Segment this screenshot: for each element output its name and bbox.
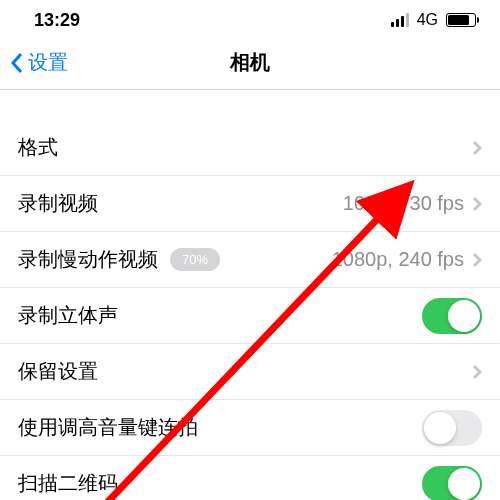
toggle-volume-burst[interactable] (422, 410, 482, 446)
back-button[interactable]: 设置 (10, 49, 68, 76)
chevron-right-icon (472, 140, 482, 156)
chevron-left-icon (10, 52, 24, 74)
row-label: 格式 (18, 134, 58, 161)
row-label: 保留设置 (18, 358, 98, 385)
status-bar: 13:29 4G (0, 0, 500, 36)
back-label: 设置 (28, 49, 68, 76)
toggle-scan-qr[interactable] (422, 466, 482, 501)
row-volume-burst: 使用调高音量键连拍 (0, 400, 500, 456)
row-value: 1080p, 240 fps (332, 248, 464, 271)
signal-icon (391, 13, 409, 27)
row-label: 扫描二维码 (18, 470, 118, 497)
row-label: 录制立体声 (18, 302, 118, 329)
row-scan-qr: 扫描二维码 (0, 456, 500, 500)
status-right: 4G (391, 11, 476, 29)
network-label: 4G (417, 11, 438, 29)
row-value: 1080p, 30 fps (343, 192, 464, 215)
chevron-right-icon (472, 252, 482, 268)
chevron-right-icon (472, 364, 482, 380)
row-label: 录制视频 (18, 190, 98, 217)
status-time: 13:29 (34, 10, 80, 31)
row-label: 录制慢动作视频 (18, 246, 158, 273)
badge: 70% (170, 248, 220, 271)
battery-icon (446, 13, 476, 27)
row-preserve[interactable]: 保留设置 (0, 344, 500, 400)
toggle-stereo[interactable] (422, 298, 482, 334)
row-label: 使用调高音量键连拍 (18, 414, 198, 441)
row-record-video[interactable]: 录制视频 1080p, 30 fps (0, 176, 500, 232)
row-stereo: 录制立体声 (0, 288, 500, 344)
page-title: 相机 (0, 49, 500, 76)
settings-list: 格式 录制视频 1080p, 30 fps 录制慢动作视频 70% 1080p,… (0, 90, 500, 500)
chevron-right-icon (472, 196, 482, 212)
nav-bar: 设置 相机 (0, 36, 500, 90)
row-record-slomo[interactable]: 录制慢动作视频 70% 1080p, 240 fps (0, 232, 500, 288)
row-format[interactable]: 格式 (0, 120, 500, 176)
